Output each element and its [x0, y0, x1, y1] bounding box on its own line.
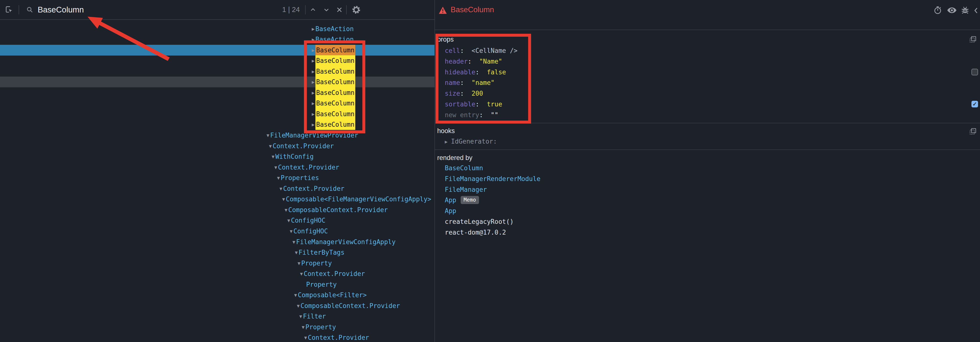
- tree-row-context-provider[interactable]: ▾Context.Provider: [0, 141, 434, 151]
- tree-row-property[interactable]: ▾Property: [0, 322, 434, 332]
- inspect-element-picker-icon[interactable]: [0, 6, 19, 14]
- chevron-down-icon[interactable]: ▾: [298, 258, 301, 269]
- chevron-right-icon[interactable]: ▸: [312, 24, 315, 34]
- prop-value[interactable]: "name": [472, 79, 495, 86]
- tree-row-basecolumn[interactable]: ▸BaseColumn: [0, 98, 434, 109]
- prop-row-cell[interactable]: cell: <CellName />: [445, 45, 517, 56]
- chevron-right-icon[interactable]: ▸: [312, 98, 315, 109]
- chevron-right-icon[interactable]: ▸: [312, 76, 315, 87]
- tree-row-filemanagerviewprovider[interactable]: ▾FileManagerViewProvider: [0, 130, 434, 141]
- tree-row-context-provider[interactable]: ▾Context.Provider: [0, 183, 434, 194]
- copy-hooks-icon[interactable]: [969, 128, 976, 135]
- tree-row-basecolumn[interactable]: ▸BaseColumn: [0, 87, 434, 98]
- search-input[interactable]: [38, 5, 282, 14]
- tree-row-confighoc[interactable]: ▾ConfigHOC: [0, 226, 434, 237]
- tree-row-baseaction[interactable]: ▸BaseAction: [0, 34, 434, 45]
- owner-link[interactable]: BaseColumn: [445, 164, 483, 172]
- chevron-down-icon[interactable]: ▾: [267, 130, 269, 141]
- tree-row-withconfig[interactable]: ▾WithConfig: [0, 151, 434, 162]
- owner-row-app[interactable]: App: [445, 205, 456, 216]
- tree-row-composable-filter-[interactable]: ▾Composable<Filter>: [0, 290, 434, 301]
- chevron-down-icon[interactable]: ▾: [299, 311, 302, 322]
- prop-value[interactable]: true: [487, 100, 502, 108]
- tree-row-basecolumn[interactable]: ▸BaseColumn: [0, 45, 434, 56]
- chevron-down-icon[interactable]: ▾: [280, 183, 282, 194]
- previous-match-icon[interactable]: [305, 6, 320, 13]
- chevron-down-icon[interactable]: ▾: [302, 322, 305, 332]
- chevron-down-icon[interactable]: ▾: [293, 237, 295, 247]
- chevron-right-icon[interactable]: ▸: [312, 34, 315, 45]
- owner-row-filemanager[interactable]: FileManager: [445, 184, 487, 195]
- prop-row-header[interactable]: header: "Name": [445, 56, 502, 67]
- chevron-right-icon[interactable]: ▸: [312, 109, 315, 119]
- tree-row-context-provider[interactable]: ▾Context.Provider: [0, 332, 434, 342]
- prop-row-size[interactable]: size: 200: [445, 88, 483, 99]
- settings-gear-icon[interactable]: [347, 5, 366, 14]
- owner-row-app[interactable]: AppMemo: [445, 195, 479, 205]
- prop-row-name[interactable]: name: "name": [445, 77, 495, 88]
- tree-row-filemanagerviewconfigapply[interactable]: ▾FileManagerViewConfigApply: [0, 237, 434, 247]
- prop-value[interactable]: <CellName />: [472, 47, 518, 54]
- hook-row-idgenerator[interactable]: ▸IdGenerator:: [445, 136, 497, 147]
- chevron-down-icon[interactable]: ▾: [290, 226, 293, 237]
- prop-value[interactable]: "": [491, 111, 498, 119]
- chevron-right-icon[interactable]: ▸: [312, 55, 315, 66]
- tree-row-basecolumn[interactable]: ▸BaseColumn: [0, 119, 434, 130]
- checkbox-unchecked-icon[interactable]: [972, 69, 978, 75]
- tree-row-label: BaseColumn: [315, 98, 355, 109]
- chevron-down-icon[interactable]: ▾: [282, 194, 285, 205]
- tree-row-confighoc[interactable]: ▾ConfigHOC: [0, 215, 434, 226]
- chevron-right-icon[interactable]: ▸: [312, 45, 315, 56]
- chevron-down-icon[interactable]: ▾: [285, 205, 288, 215]
- chevron-down-icon[interactable]: ▾: [300, 268, 303, 279]
- checkbox-checked-icon[interactable]: ✓: [972, 101, 978, 107]
- chevron-down-icon[interactable]: ▾: [295, 247, 298, 258]
- tree-row-property[interactable]: Property: [0, 279, 434, 290]
- owner-link[interactable]: FileManagerRendererModule: [445, 175, 540, 183]
- owner-row-filemanagerrenderermodule[interactable]: FileManagerRendererModule: [445, 173, 540, 184]
- tree-row-properties[interactable]: ▾Properties: [0, 172, 434, 183]
- chevron-down-icon[interactable]: ▾: [304, 332, 307, 342]
- chevron-down-icon[interactable]: ▾: [272, 151, 275, 162]
- prop-row-sortable[interactable]: sortable: true: [445, 99, 502, 110]
- owner-link[interactable]: App: [445, 207, 456, 215]
- chevron-down-icon[interactable]: ▾: [269, 141, 272, 151]
- chevron-down-icon[interactable]: ▾: [274, 162, 277, 173]
- chevron-right-icon[interactable]: ▸: [312, 87, 315, 98]
- tree-row-composablecontext-provider[interactable]: ▾ComposableContext.Provider: [0, 205, 434, 215]
- tree-row-property[interactable]: ▾Property: [0, 258, 434, 269]
- owner-link[interactable]: App: [445, 196, 456, 204]
- owner-row-basecolumn[interactable]: BaseColumn: [445, 163, 483, 173]
- tree-row-label: FileManagerViewConfigApply: [296, 237, 396, 247]
- tree-row-basecolumn[interactable]: ▸BaseColumn: [0, 76, 434, 87]
- copy-props-icon[interactable]: [969, 36, 976, 43]
- tree-row-label: BaseColumn: [315, 45, 355, 56]
- prop-value[interactable]: 200: [472, 90, 483, 97]
- tree-row-composablecontext-provider[interactable]: ▾ComposableContext.Provider: [0, 301, 434, 311]
- prop-value[interactable]: false: [487, 68, 506, 76]
- tree-row-basecolumn[interactable]: ▸BaseColumn: [0, 109, 434, 119]
- tree-row-composable-filemanagerviewconfigapply-[interactable]: ▾Composable<FileManagerViewConfigApply>: [0, 194, 434, 205]
- chevron-down-icon[interactable]: ▾: [294, 290, 297, 301]
- chevron-down-icon[interactable]: ▾: [277, 172, 280, 183]
- tree-row-filterbytags[interactable]: ▾FilterByTags: [0, 247, 434, 258]
- prop-row-hideable[interactable]: hideable: false: [445, 67, 506, 78]
- prop-value[interactable]: "Name": [479, 58, 502, 65]
- prop-colon: :: [460, 79, 472, 86]
- chevron-down-icon[interactable]: ▾: [287, 215, 290, 226]
- tree-row-label: Property: [306, 279, 337, 290]
- tree-row-baseaction[interactable]: ▸BaseAction: [0, 24, 434, 34]
- prop-row-new-entry[interactable]: new entry: "": [445, 110, 498, 120]
- chevron-right-icon[interactable]: ▸: [445, 138, 448, 145]
- owner-link[interactable]: FileManager: [445, 186, 487, 193]
- tree-row-context-provider[interactable]: ▾Context.Provider: [0, 162, 434, 173]
- chevron-right-icon[interactable]: ▸: [312, 66, 315, 77]
- tree-row-basecolumn[interactable]: ▸BaseColumn: [0, 55, 434, 66]
- tree-row-basecolumn[interactable]: ▸BaseColumn: [0, 66, 434, 77]
- chevron-right-icon[interactable]: ▸: [312, 119, 315, 130]
- clear-search-icon[interactable]: [332, 6, 346, 13]
- tree-row-context-provider[interactable]: ▾Context.Provider: [0, 268, 434, 279]
- chevron-down-icon[interactable]: ▾: [297, 301, 300, 311]
- next-match-icon[interactable]: [320, 6, 332, 13]
- tree-row-filter[interactable]: ▾Filter: [0, 311, 434, 322]
